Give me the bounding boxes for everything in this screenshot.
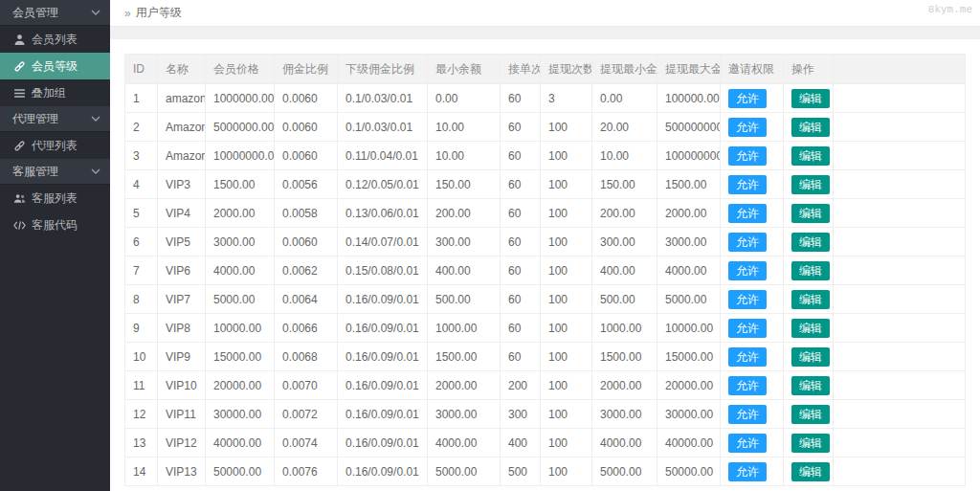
cell-sub_commission: 0.16/0.09/0.01 <box>338 400 428 429</box>
sidebar-item-overlay-group[interactable]: 叠加组 <box>0 79 110 106</box>
sidebar-group-agent-management[interactable]: 代理管理 <box>0 106 110 132</box>
edit-button[interactable]: 编辑 <box>791 233 830 252</box>
cell-min_balance: 4000.00 <box>428 429 501 458</box>
link-icon <box>13 60 26 73</box>
cell-id: 2 <box>125 113 158 142</box>
sidebar-item-service-list[interactable]: 客服列表 <box>0 185 110 212</box>
cell-filler <box>834 228 966 257</box>
cell-withdraw_max: 20000.00 <box>657 371 721 400</box>
allow-button[interactable]: 允许 <box>728 204 767 223</box>
cell-withdraw_max: 100000.00 <box>657 84 721 113</box>
watermark: 8kym.me <box>928 4 972 15</box>
nav-group-label: 客服管理 <box>12 164 58 180</box>
cell-filler <box>834 199 966 228</box>
allow-button[interactable]: 允许 <box>728 175 767 194</box>
cell-withdrawals: 100 <box>541 142 592 170</box>
edit-button[interactable]: 编辑 <box>791 376 830 395</box>
cell-orders: 60 <box>501 113 541 142</box>
allow-button[interactable]: 允许 <box>728 319 767 338</box>
edit-button[interactable]: 编辑 <box>791 434 830 453</box>
cell-min_balance: 0.00 <box>428 84 501 113</box>
column-header-2: 会员价格 <box>206 55 275 84</box>
cell-price: 40000.00 <box>206 429 275 458</box>
allow-button[interactable]: 允许 <box>728 376 767 395</box>
edit-button[interactable]: 编辑 <box>791 204 830 223</box>
cell-withdraw_max: 1500.00 <box>657 170 721 199</box>
cell-filler <box>834 142 966 170</box>
edit-button[interactable]: 编辑 <box>791 146 830 166</box>
cell-withdrawals: 100 <box>541 170 592 199</box>
cell-commission: 0.0062 <box>275 257 338 285</box>
allow-button[interactable]: 允许 <box>728 462 767 481</box>
cell-orders: 60 <box>501 228 541 257</box>
cell-id: 8 <box>125 285 158 314</box>
cell-withdrawals: 100 <box>541 400 592 429</box>
edit-button[interactable]: 编辑 <box>791 175 830 194</box>
allow-button[interactable]: 允许 <box>728 89 767 108</box>
breadcrumb: 用户等级 <box>136 5 182 21</box>
cell-id: 3 <box>125 142 158 170</box>
cell-name: VIP6 <box>158 257 206 285</box>
table-row: 7VIP64000.000.00620.15/0.08/0.01400.0060… <box>125 257 966 285</box>
cell-price: 10000000.00 <box>206 142 275 170</box>
cell-withdraw_min: 300.00 <box>592 228 657 257</box>
column-header-9: 提现最大金额 <box>657 55 721 84</box>
cell-name: VIP7 <box>158 285 206 314</box>
cell-withdraw_max: 15000.00 <box>657 343 721 371</box>
cell-withdraw_min: 10.00 <box>592 142 657 170</box>
allow-button[interactable]: 允许 <box>728 146 767 166</box>
edit-button[interactable]: 编辑 <box>791 89 830 108</box>
sidebar-item-service-code[interactable]: 客服代码 <box>0 212 110 238</box>
edit-button[interactable]: 编辑 <box>791 118 830 137</box>
cell-id: 5 <box>125 199 158 228</box>
sidebar-group-member-management[interactable]: 会员管理 <box>0 0 110 26</box>
allow-button[interactable]: 允许 <box>728 405 767 424</box>
allow-button[interactable]: 允许 <box>728 434 767 453</box>
sidebar-item-member-level[interactable]: 会员等级 <box>0 53 110 79</box>
allow-button[interactable]: 允许 <box>728 233 767 252</box>
cell-filler <box>834 400 966 429</box>
cell-price: 50000.00 <box>206 458 275 486</box>
cell-withdraw_min: 3000.00 <box>592 400 657 429</box>
sidebar-group-service-management[interactable]: 客服管理 <box>0 159 110 185</box>
allow-button[interactable]: 允许 <box>728 261 767 280</box>
column-header-0: ID <box>125 55 158 84</box>
edit-button[interactable]: 编辑 <box>791 405 830 424</box>
cell-min_balance: 1500.00 <box>428 343 501 371</box>
cell-id: 13 <box>125 429 158 458</box>
edit-button[interactable]: 编辑 <box>791 261 830 280</box>
cell-withdrawals: 100 <box>541 113 592 142</box>
table-row: 14VIP1350000.000.00760.16/0.09/0.015000.… <box>125 458 966 486</box>
edit-button[interactable]: 编辑 <box>791 347 830 367</box>
allow-button[interactable]: 允许 <box>728 118 767 137</box>
cell-sub_commission: 0.16/0.09/0.01 <box>338 371 428 400</box>
table-row: 9VIP810000.000.00660.16/0.09/0.011000.00… <box>125 314 966 343</box>
cell-withdraw_min: 150.00 <box>592 170 657 199</box>
cell-action: 编辑 <box>784 343 834 371</box>
cell-commission: 0.0072 <box>275 400 338 429</box>
cell-sub_commission: 0.16/0.09/0.01 <box>338 343 428 371</box>
app: 会员管理 会员列表 会员等级 叠加组 代理管理 <box>0 0 980 491</box>
sidebar-item-member-list[interactable]: 会员列表 <box>0 26 110 53</box>
cell-invite-permission: 允许 <box>721 429 784 458</box>
edit-button[interactable]: 编辑 <box>791 290 830 309</box>
allow-button[interactable]: 允许 <box>728 290 767 309</box>
cell-action: 编辑 <box>784 285 834 314</box>
cell-commission: 0.0064 <box>275 285 338 314</box>
cell-withdraw_max: 500000000... <box>657 113 721 142</box>
cell-sub_commission: 0.1/0.03/0.01 <box>338 84 428 113</box>
edit-button[interactable]: 编辑 <box>791 462 830 481</box>
cell-invite-permission: 允许 <box>721 371 784 400</box>
cell-withdraw_min: 20.00 <box>592 113 657 142</box>
cell-withdraw_min: 400.00 <box>592 257 657 285</box>
cell-invite-permission: 允许 <box>721 400 784 429</box>
cell-action: 编辑 <box>784 228 834 257</box>
sidebar-item-agent-list[interactable]: 代理列表 <box>0 132 110 159</box>
cell-action: 编辑 <box>784 199 834 228</box>
cell-commission: 0.0060 <box>275 228 338 257</box>
breadcrumb-arrow-icon: » <box>124 7 131 20</box>
edit-button[interactable]: 编辑 <box>791 319 830 338</box>
cell-orders: 60 <box>501 170 541 199</box>
allow-button[interactable]: 允许 <box>728 347 767 367</box>
user-icon <box>13 33 26 46</box>
